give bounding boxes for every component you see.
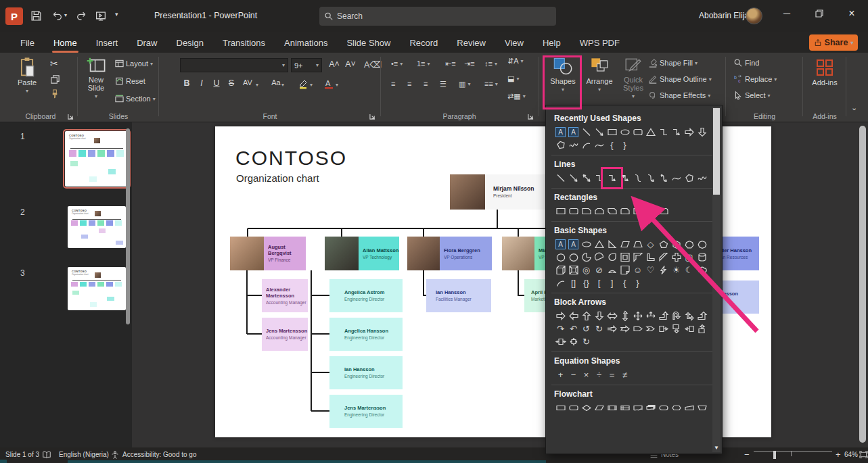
snip-single-corner-rectangle-icon[interactable] (580, 205, 593, 218)
slide-thumbnail-2[interactable]: CONTOSOOrganization chart (68, 206, 126, 248)
left-arrow-icon[interactable] (567, 310, 580, 322)
right-arrow-callout-icon[interactable] (657, 322, 670, 335)
curve-icon[interactable] (593, 139, 606, 151)
shapes-button[interactable]: Shapes ▾ (545, 57, 580, 93)
clipboard-dialog-launcher-icon[interactable] (68, 114, 74, 120)
diamond-icon[interactable]: ◇ (644, 238, 657, 251)
curved-arrow-connector-icon[interactable] (644, 172, 657, 185)
scribble-icon[interactable] (695, 172, 708, 185)
font-size-combo[interactable]: 9+▾ (291, 58, 322, 72)
left-arrow-callout-icon[interactable] (683, 322, 695, 335)
numbering-button[interactable]: 1≡▾ (417, 59, 430, 68)
manual-input-icon[interactable] (683, 401, 695, 414)
text-direction-button[interactable]: ⇵A▾ (507, 57, 524, 66)
increase-indent-button[interactable]: ⇥≡ (464, 59, 475, 68)
clear-formatting-button[interactable]: A⌫ (364, 59, 378, 70)
regular-pentagon-icon[interactable] (657, 238, 670, 251)
search-input[interactable]: Search (319, 7, 556, 26)
char-spacing-caret-icon[interactable]: ▾ (256, 82, 258, 88)
decagon-icon[interactable] (554, 251, 567, 264)
layout-button[interactable]: Layout▾ (115, 59, 153, 68)
thumbnail-panel-scrollbar[interactable] (126, 128, 130, 324)
round-single-corner-rectangle-icon[interactable] (631, 205, 644, 218)
paragraph-dialog-launcher-icon[interactable] (528, 114, 534, 120)
right-arrow-icon[interactable] (683, 126, 695, 139)
org-card[interactable]: Allan MattssonVP Technology (359, 237, 399, 270)
arc-icon[interactable] (580, 139, 593, 151)
justify-button[interactable]: ☰ (440, 80, 447, 89)
up-arrow-callout-icon[interactable] (695, 322, 708, 335)
slide-thumbnail-3[interactable]: CONTOSOOrganization chart (68, 267, 126, 310)
pentagon-arrow-icon[interactable] (631, 322, 644, 335)
right-brace-icon[interactable]: } (618, 139, 631, 151)
new-slide-caret-icon[interactable]: ▾ (95, 93, 97, 99)
shape-outline-button[interactable]: Shape Outline▾ (648, 74, 712, 84)
org-card[interactable]: Angelica HanssonEngineering Director (329, 318, 403, 351)
share-button[interactable]: Share ▾ (809, 34, 858, 51)
scrollbar-down-arrow-icon[interactable]: ▼ (712, 445, 721, 451)
copy-icon[interactable] (50, 74, 60, 84)
change-case-button[interactable]: Aa (269, 78, 283, 87)
isosceles-triangle-icon[interactable] (593, 238, 606, 251)
shape-effects-button[interactable]: Shape Effects▾ (648, 91, 710, 100)
curved-right-arrow-icon[interactable]: ↷ (554, 322, 567, 335)
slide-indicator[interactable]: Slide 1 of 3 (5, 451, 39, 458)
chord-icon[interactable] (593, 251, 606, 264)
undo-caret-icon[interactable]: ▾ (64, 12, 67, 18)
curved-down-arrow-icon[interactable]: ↻ (593, 322, 606, 335)
fit-slide-to-window-icon[interactable] (859, 450, 868, 459)
parallelogram-icon[interactable] (618, 238, 631, 251)
tab-insert[interactable]: Insert (87, 34, 128, 51)
round-same-side-corner-rectangle-icon[interactable] (644, 205, 657, 218)
share-caret-icon[interactable]: ▾ (850, 40, 853, 46)
line-arrow-double-icon[interactable] (580, 172, 593, 185)
powerpoint-logo-icon[interactable]: P (5, 7, 23, 25)
strikethrough-button[interactable]: S (225, 78, 238, 88)
half-frame-icon[interactable] (631, 251, 644, 264)
left-up-arrow-icon[interactable] (683, 310, 695, 322)
left-right-up-arrow-icon[interactable] (644, 310, 657, 322)
u-turn-arrow-icon[interactable] (670, 310, 683, 322)
quad-arrow-callout-icon[interactable] (567, 335, 580, 348)
slide-thumbnail-1[interactable]: CONTOSOOrganization chart (65, 131, 129, 187)
columns-button[interactable]: ▥▾ (459, 80, 470, 89)
frame-icon[interactable] (618, 251, 631, 264)
tab-design[interactable]: Design (167, 34, 213, 51)
tab-home[interactable]: Home (44, 34, 87, 51)
diagonal-stripe-icon[interactable] (657, 251, 670, 264)
data-icon[interactable] (593, 401, 606, 414)
shrink-font-button[interactable]: A˅ (344, 59, 357, 69)
double-brace-icon[interactable]: {} (580, 276, 593, 289)
tab-record[interactable]: Record (400, 34, 447, 51)
dodecagon-icon[interactable] (567, 251, 580, 264)
moon-icon[interactable]: ☾ (683, 264, 695, 276)
find-button[interactable]: Find (733, 58, 759, 68)
folded-corner-icon[interactable] (618, 264, 631, 276)
preparation-icon[interactable] (670, 401, 683, 414)
round-diagonal-corner-rectangle-icon[interactable] (657, 205, 670, 218)
division-icon[interactable]: ÷ (593, 368, 606, 381)
arc-icon[interactable] (554, 276, 567, 289)
hexagon-icon[interactable] (670, 238, 683, 251)
predefined-process-icon[interactable] (606, 401, 618, 414)
customize-quick-access-icon[interactable]: ▾ (115, 11, 118, 18)
font-color-button[interactable]: A (323, 78, 334, 92)
spellcheck-book-icon[interactable] (42, 450, 51, 460)
teardrop-icon[interactable] (606, 251, 618, 264)
addins-button[interactable]: Add-ins (809, 58, 840, 87)
paste-button[interactable]: Paste ▾ (12, 57, 42, 94)
can-icon[interactable] (695, 251, 708, 264)
internal-storage-icon[interactable] (618, 401, 631, 414)
multidocument-icon[interactable] (644, 401, 657, 414)
character-spacing-button[interactable]: AV (241, 78, 254, 87)
heart-icon[interactable]: ♡ (644, 264, 657, 276)
freeform-icon[interactable] (683, 172, 695, 185)
text-box-icon[interactable]: A (554, 238, 567, 251)
elbow-double-arrow-connector-icon[interactable] (618, 172, 631, 185)
org-card[interactable]: Alexander MartenssonAccounting Manager (262, 279, 308, 312)
tab-help[interactable]: Help (533, 34, 570, 51)
tab-view[interactable]: View (495, 34, 533, 51)
select-button[interactable]: Select▾ (733, 91, 771, 100)
oval-icon[interactable] (618, 126, 631, 139)
curved-up-arrow-icon[interactable]: ↺ (580, 322, 593, 335)
